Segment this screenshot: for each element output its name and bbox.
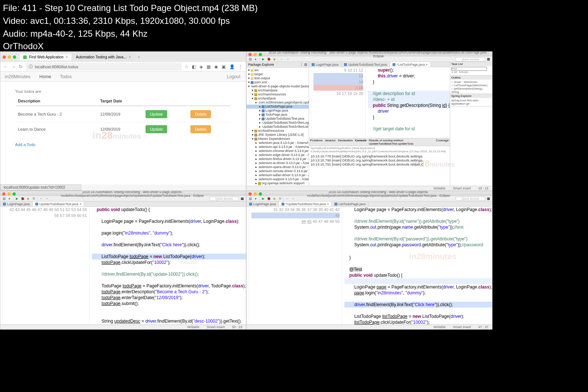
save-icon[interactable]: ▦	[2, 196, 6, 201]
tree-item[interactable]: ▸selenium-chrome-driver-3.13.0.jar - /Us…	[247, 149, 309, 153]
tree-item[interactable]: ▾src	[247, 68, 309, 72]
perspective-icon[interactable]: ▦	[486, 57, 491, 61]
console-tab[interactable]: Javadoc	[325, 139, 336, 145]
quick-access[interactable]: Quick Access	[456, 197, 485, 201]
nav-icon[interactable]: →	[285, 57, 290, 61]
tree-item[interactable]: ▸selenium-remote-driver-3.13.0.jar - /Us…	[247, 169, 309, 173]
perspective-icon[interactable]: ▦	[240, 196, 244, 201]
url-input[interactable]: ⓘlocalhost:8080/list-todos	[26, 63, 182, 70]
code-body[interactable]: public void updateTodo() { LoginPage pag…	[90, 207, 246, 324]
tree-item[interactable]: ▸selenium-safari-driver-3.13.0.jar - /Us…	[247, 173, 309, 177]
build-icon[interactable]: ◆	[272, 196, 277, 201]
nav-icon[interactable]: →	[291, 196, 295, 201]
browser-tab-1[interactable]: First Web Application×	[19, 53, 72, 61]
console-tab[interactable]: Coverage	[436, 139, 449, 145]
ext-icon[interactable]: ◈	[200, 64, 203, 69]
editor-tabs[interactable]: LoginPage.javaUpdateTodoBasicTest.java*L…	[309, 62, 450, 67]
outline-item[interactable]: ○ ListTodoPage(WebDriver)	[451, 84, 491, 87]
nav-icon[interactable]: ←	[285, 196, 290, 201]
avatar-icon[interactable]: 👤	[229, 64, 235, 69]
add-todo-link[interactable]: Add a Todo	[15, 142, 35, 147]
outline-item[interactable]: ○ driver : WebDriver	[451, 80, 491, 84]
tree-item[interactable]: ▸selenium-api-3.13.0.jar - /Users/rangak…	[247, 145, 309, 149]
tree-item[interactable]: ▸UpdateTodoBasicTest.java	[247, 117, 309, 121]
run-icon[interactable]: ▶	[261, 196, 266, 201]
editor-tab[interactable]: LoginPage.java	[247, 202, 279, 206]
ext-icon[interactable]: ▣	[222, 64, 226, 69]
ext-icon[interactable]: ◉	[214, 64, 218, 69]
editor-tab[interactable]: ListTodoPage.java	[332, 202, 369, 206]
tree-item[interactable]: ▾src/main/java	[247, 88, 309, 92]
editor-tab[interactable]: *ListTodoPage.java ×	[390, 62, 431, 67]
tree-item[interactable]: ▸ListTodoPage.java	[247, 105, 309, 109]
tree-item[interactable]: ▸LoginPage.java	[247, 109, 309, 113]
view-menu-icon[interactable]: ⋮ ⊟	[300, 63, 307, 66]
console-tab[interactable]: Problems	[310, 139, 323, 145]
code-editor[interactable]: 42 43 44 45 46 47 48 49 50 51 52 53 54 5…	[0, 207, 246, 324]
tree-item[interactable]: ▾src/test/resources	[247, 129, 309, 133]
editor-tab[interactable]: LoginPage.java	[0, 202, 33, 206]
editor-tab[interactable]: LoginPage.java	[309, 62, 341, 67]
tree-item[interactable]: ▸UpdateTodoBasicTest3AfterListTodoPage.j…	[247, 125, 309, 129]
code-editor[interactable]: 31 32 33 34 35 36 37 38 39 40 41 42 43 4…	[247, 207, 492, 324]
nav-icon[interactable]: ←	[39, 196, 43, 201]
star-icon[interactable]: ☆	[184, 64, 189, 69]
outline-item[interactable]: ○ getDescription(String) : String	[451, 87, 491, 94]
tree-item[interactable]: ▾JRE System Library [J2SE-1.5]	[247, 133, 309, 137]
tree-item[interactable]: ▸selenium-opera-driver-3.13.0.jar - /Use…	[247, 165, 309, 169]
build-icon[interactable]: ◆	[26, 196, 31, 201]
tree-item[interactable]: ▾target	[247, 72, 309, 76]
debug-icon[interactable]: 🐞	[267, 57, 271, 61]
reload-button[interactable]: ↻	[19, 64, 23, 69]
tree-item[interactable]: ▾web-driver-5-page-objects-model [automa…	[247, 84, 309, 88]
tree-item[interactable]: ▾src/main/resources	[247, 92, 309, 97]
tool-icon[interactable]: ⚙	[278, 196, 282, 201]
console-tab[interactable]: Console	[355, 139, 367, 145]
perspective-icon[interactable]: ▦	[486, 196, 491, 201]
debug-icon[interactable]: 🐞	[267, 196, 271, 201]
quick-access[interactable]: Quick Access	[456, 57, 485, 61]
tree-item[interactable]: ▸TodoPage.java	[247, 113, 309, 117]
open-icon[interactable]: ▸	[7, 196, 12, 201]
spring-view[interactable]: Spring Explorerspring-boot-first-web-app…	[450, 94, 492, 106]
console-pane[interactable]: ProblemsJavadocDeclarationConsoleResults…	[309, 138, 450, 186]
tree-item[interactable]: ▾test-output	[247, 76, 309, 80]
run-icon[interactable]: ▶	[261, 57, 266, 61]
outline-view[interactable]: Outline○ driver : WebDriver○ ListTodoPag…	[450, 76, 492, 94]
extension-icons[interactable]: ◧◈▦◉▣👤⋮	[192, 64, 243, 69]
update-button[interactable]: Update	[146, 125, 167, 133]
tool-icon[interactable]: ⚙	[32, 196, 36, 201]
new-tab-button[interactable]: +	[135, 55, 143, 59]
update-button[interactable]: Update	[146, 110, 167, 118]
editor-tab[interactable]: UpdateTodoBasicTest.java	[341, 62, 390, 67]
ext-icon[interactable]: ▦	[207, 64, 211, 69]
open-icon[interactable]: ▸	[254, 57, 258, 61]
ext-icon[interactable]: ◧	[192, 64, 196, 69]
menu-icon[interactable]: ⋮	[239, 64, 243, 69]
nav-icon[interactable]: →	[44, 196, 49, 201]
tree-item[interactable]: ▸UpdateTodoBasicTest2AfterLoginPage.java	[247, 121, 309, 125]
editor-tab[interactable]: *UpdateTodoBasicTest.java ×	[279, 202, 332, 206]
task-search[interactable]	[451, 67, 487, 71]
nav-home[interactable]: Home	[35, 74, 55, 79]
browser-tab-2[interactable]: Automation Testing with Java...×	[72, 53, 135, 61]
tree-item[interactable]: ▸selenium-java-3.13.0.jar - /Users/ranga…	[247, 141, 309, 145]
editor-tab[interactable]: UpdateTodoBasicTest.java ×	[33, 202, 84, 206]
tree-item[interactable]: ▸selenium-firefox-driver-3.13.0.jar - /U…	[247, 157, 309, 161]
open-icon[interactable]: ▸	[254, 196, 258, 201]
delete-button[interactable]: Delete	[190, 110, 211, 118]
editor-tabs[interactable]: LoginPage.java UpdateTodoBasicTest.java …	[0, 202, 246, 207]
nav-logout[interactable]: Logout	[221, 74, 246, 79]
task-list-view[interactable]: Task List⊙ All Activate...	[450, 62, 492, 76]
forward-button[interactable]: →	[11, 64, 16, 69]
run-icon[interactable]: ▶	[15, 196, 19, 201]
nav-icon[interactable]: ←	[280, 57, 284, 61]
tree-item[interactable]: ▾Maven Dependencies	[247, 137, 309, 141]
build-icon[interactable]: ◆	[272, 57, 277, 61]
back-button[interactable]: ←	[3, 64, 8, 69]
nav-todos[interactable]: Todos	[55, 74, 76, 79]
quick-access[interactable]: Quick Access	[209, 197, 239, 201]
tree-item[interactable]: ▸selenium-ie-driver-3.13.0.jar - /Users/…	[247, 161, 309, 165]
tree-item[interactable]: ▾pom.xml	[247, 80, 309, 84]
console-tab[interactable]: Declaration	[338, 139, 353, 145]
